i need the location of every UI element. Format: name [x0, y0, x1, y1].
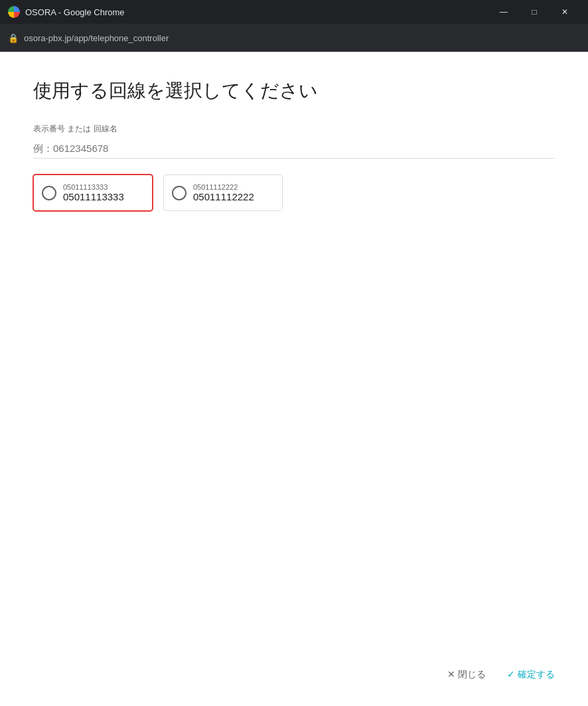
close-window-button[interactable]: ✕ [550, 0, 580, 24]
radio-button-2[interactable] [172, 186, 186, 200]
confirm-button[interactable]: ✓ 確定する [507, 664, 555, 686]
line-options-row: 05011113333 05011113333 05011112222 0501… [33, 175, 555, 211]
line-display-number-2: 05011112222 [193, 183, 254, 191]
line-info-2: 05011112222 05011112222 [193, 183, 254, 202]
page-title: 使用する回線を選択してください [33, 78, 555, 104]
main-content: 使用する回線を選択してください 表示番号 または 回線名 05011113333… [0, 52, 588, 706]
titlebar-controls: — □ ✕ [488, 0, 580, 24]
titlebar: OSORA - Google Chrome — □ ✕ [0, 0, 588, 24]
line-display-number-1: 05011113333 [63, 183, 124, 191]
addressbar: 🔒 osora-pbx.jp/app/telephone_controller [0, 24, 588, 52]
close-button[interactable]: ✕ 閉じる [447, 664, 486, 686]
minimize-button[interactable]: — [488, 0, 519, 24]
line-main-number-2: 05011112222 [193, 191, 254, 202]
search-input[interactable] [33, 139, 555, 159]
footer: ✕ 閉じる ✓ 確定する [447, 664, 555, 686]
lock-icon: 🔒 [8, 33, 19, 43]
chrome-icon [8, 6, 20, 18]
field-label: 表示番号 または 回線名 [33, 123, 555, 135]
line-main-number-1: 05011113333 [63, 191, 124, 202]
titlebar-title: OSORA - Google Chrome [25, 7, 125, 17]
line-option-1[interactable]: 05011113333 05011113333 [33, 175, 153, 211]
line-info-1: 05011113333 05011113333 [63, 183, 124, 202]
line-option-2[interactable]: 05011112222 05011112222 [163, 175, 283, 211]
maximize-button[interactable]: □ [519, 0, 550, 24]
address-text: osora-pbx.jp/app/telephone_controller [24, 33, 169, 43]
radio-button-1[interactable] [42, 186, 56, 200]
titlebar-left: OSORA - Google Chrome [8, 6, 125, 18]
